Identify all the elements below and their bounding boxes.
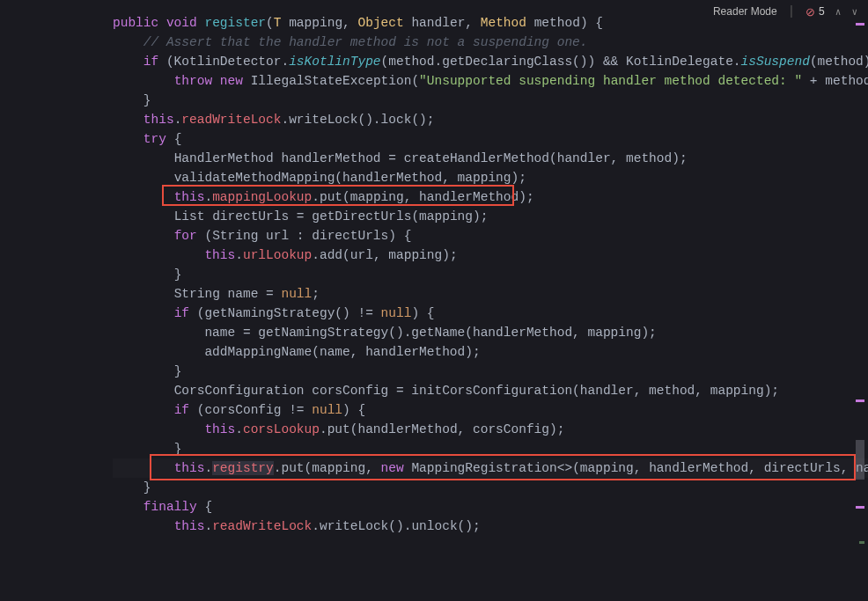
code-token: name = getNamingStrategy().getName(handl… xyxy=(204,326,656,340)
code-token: HandlerMethod handlerMethod = createHand… xyxy=(174,151,688,165)
code-token: (KotlinDetector. xyxy=(166,55,289,69)
code-line: this.mappingLookup.put(mapping, handlerM… xyxy=(113,187,868,207)
code-line: validateMethodMapping(handlerMethod, map… xyxy=(113,168,868,187)
code-line: List directUrls = getDirectUrls(mapping)… xyxy=(113,207,868,226)
code-token: .writeLock().unlock(); xyxy=(312,519,480,533)
code-line: try { xyxy=(113,129,868,149)
code-token: try xyxy=(143,132,174,146)
code-line: this.readWriteLock.writeLock().lock(); xyxy=(113,110,868,129)
code-token: ; xyxy=(312,287,320,301)
code-token: CorsConfiguration corsConfig = initCorsC… xyxy=(174,384,779,398)
code-token: (getNamingStrategy() != xyxy=(197,306,381,320)
code-line: } xyxy=(113,439,868,458)
code-token: } xyxy=(143,93,151,107)
code-token: .put(mapping, handlerMethod); xyxy=(312,190,533,204)
code-token: null xyxy=(381,306,412,320)
code-token: this xyxy=(174,190,205,204)
code-token: .put(handlerMethod, corsConfig); xyxy=(320,422,564,436)
code-token: method) { xyxy=(534,16,603,30)
code-token: } xyxy=(174,442,182,456)
code-token: urlLookup xyxy=(243,248,312,262)
code-token: handler, xyxy=(411,16,480,30)
code-token: readWriteLock xyxy=(181,113,281,127)
code-token: IllegalStateException( xyxy=(251,74,419,88)
code-line: this.urlLookup.add(url, mapping); xyxy=(113,246,868,265)
code-token: } xyxy=(174,364,182,378)
code-line: } xyxy=(113,265,868,284)
code-token: .put(mapping, xyxy=(274,461,381,475)
code-line: finally { xyxy=(113,497,868,517)
code-token: validateMethodMapping(handlerMethod, map… xyxy=(174,171,526,185)
code-token: (String url : directUrls) { xyxy=(204,229,411,243)
code-token: T xyxy=(274,16,289,30)
code-token: isSuspend xyxy=(741,55,810,69)
code-line: name = getNamingStrategy().getName(handl… xyxy=(113,323,868,342)
code-token: MappingRegistration<>(mapping, handlerMe… xyxy=(411,461,868,475)
code-token: // Assert that the handler method is not… xyxy=(143,35,588,49)
code-line: String name = null; xyxy=(113,284,868,304)
code-token: this xyxy=(204,422,235,436)
code-token: . xyxy=(235,422,243,436)
code-token: ( xyxy=(266,16,274,30)
code-token: } xyxy=(143,480,151,495)
code-line: HandlerMethod handlerMethod = createHand… xyxy=(113,149,868,168)
editor-gutter-markers xyxy=(856,0,864,601)
code-token: addMappingName(name, handlerMethod); xyxy=(204,345,480,359)
code-token: mappingLookup xyxy=(212,190,312,204)
code-token: . xyxy=(204,461,212,475)
code-token: void xyxy=(166,16,205,30)
code-token: readWriteLock xyxy=(212,519,312,533)
code-token: { xyxy=(174,132,182,146)
code-token: this xyxy=(204,248,235,262)
code-line: this.corsLookup.put(handlerMethod, corsC… xyxy=(113,420,868,439)
code-token: if xyxy=(174,306,197,320)
code-token: new xyxy=(381,461,412,475)
code-line: this.readWriteLock.writeLock().unlock(); xyxy=(113,517,868,536)
code-token: this xyxy=(143,113,174,127)
code-editor[interactable]: public void register(T mapping, Object h… xyxy=(0,13,868,601)
code-line: for (String url : directUrls) { xyxy=(113,226,868,246)
code-token: . xyxy=(204,519,212,533)
code-token: Object xyxy=(358,16,412,30)
code-token: { xyxy=(204,500,212,514)
code-line: if (KotlinDetector.isKotlinType(method.g… xyxy=(113,52,868,71)
code-token: this xyxy=(174,461,205,475)
code-line: if (corsConfig != null) { xyxy=(113,400,868,420)
code-token: } xyxy=(174,268,182,282)
code-token: .writeLock().lock(); xyxy=(281,113,434,127)
code-line: this.registry.put(mapping, new MappingRe… xyxy=(113,458,868,478)
code-token: .add(url, mapping); xyxy=(312,248,457,262)
code-token: public xyxy=(113,16,166,30)
code-line: public void register(T mapping, Object h… xyxy=(113,13,868,33)
scrollbar-thumb[interactable] xyxy=(856,440,864,480)
code-token: (method.getDeclaringClass()) && KotlinDe… xyxy=(381,55,741,69)
code-token: for xyxy=(174,229,205,243)
code-token: throw xyxy=(174,74,220,88)
code-line: } xyxy=(113,362,868,381)
code-line: CorsConfiguration corsConfig = initCorsC… xyxy=(113,381,868,400)
code-token: null xyxy=(281,287,312,301)
code-line: // Assert that the handler method is not… xyxy=(113,33,868,52)
code-token: List directUrls = getDirectUrls(mapping)… xyxy=(174,209,489,224)
code-token: ) { xyxy=(411,306,434,320)
code-token: (corsConfig != xyxy=(197,403,313,417)
code-token: if xyxy=(143,55,166,69)
code-token: null xyxy=(312,403,342,417)
code-token: finally xyxy=(143,500,205,514)
code-token: if xyxy=(174,403,197,417)
code-token: ) { xyxy=(342,403,365,417)
code-line: throw new IllegalStateException("Unsuppo… xyxy=(113,71,868,91)
code-line: } xyxy=(113,478,868,497)
code-token: corsLookup xyxy=(243,422,320,436)
code-token: isKotlinType xyxy=(289,55,380,69)
code-token: String name = xyxy=(174,287,282,301)
code-token: Method xyxy=(481,16,534,30)
code-token: registry xyxy=(212,461,274,475)
code-token: this xyxy=(174,519,205,533)
code-line: addMappingName(name, handlerMethod); xyxy=(113,342,868,362)
code-line: } xyxy=(113,91,868,110)
code-token: "Unsupported suspending handler method d… xyxy=(419,74,802,88)
code-token: new xyxy=(220,74,251,88)
code-token: mapping, xyxy=(289,16,357,30)
code-token: register xyxy=(204,16,266,30)
